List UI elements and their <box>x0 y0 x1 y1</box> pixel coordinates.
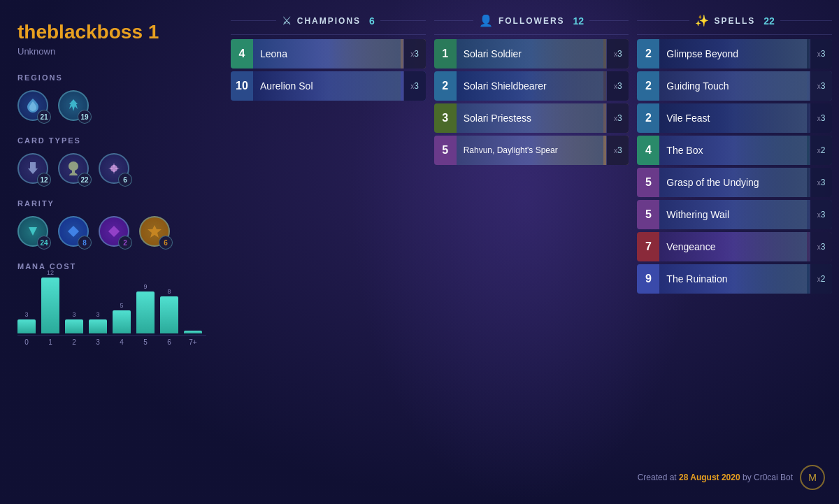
region-demacia: 21 <box>17 90 48 121</box>
card-count-solari-soldier: x3 <box>606 39 629 69</box>
spells-column: ✨ SPELLS 22 2 Glimpse Beyond x3 2 Guidin… <box>637 14 832 490</box>
card-name-box: The Box <box>659 145 810 156</box>
card-name-vengeance: Vengeance <box>659 241 810 252</box>
card-rahvun[interactable]: 5 Rahvun, Daylight's Spear x3 <box>434 136 629 165</box>
card-cost-vengeance: 7 <box>637 232 659 261</box>
champions-icon: ⚔ <box>282 14 292 27</box>
spells-title: SPELLS <box>715 16 756 26</box>
card-the-ruination[interactable]: 9 The Ruination x2 <box>637 264 832 294</box>
bar-7plus <box>184 329 202 333</box>
card-cost-guiding: 2 <box>637 71 659 101</box>
card-name-ruination: The Ruination <box>659 273 810 285</box>
bar-5: 9 <box>136 283 155 333</box>
bar-label-0: 0 <box>17 338 36 346</box>
followers-icon: 👤 <box>479 14 493 27</box>
card-cost-solari-priest: 3 <box>434 103 457 133</box>
card-name-solari-priest: Solari Priestess <box>457 113 607 124</box>
card-cost-withering: 5 <box>637 200 659 229</box>
card-count-box: x2 <box>810 136 832 165</box>
bar-1: 12 <box>41 269 59 333</box>
svg-marker-3 <box>108 226 120 237</box>
card-cost-rahvun: 5 <box>434 136 457 165</box>
champions-count: 6 <box>369 15 375 27</box>
card-name-solari-soldier: Solari Soldier <box>457 48 607 59</box>
bar-label-5: 5 <box>136 338 155 346</box>
card-count-ruination: x2 <box>810 264 832 294</box>
card-leona[interactable]: 4 Leona x3 <box>231 39 426 69</box>
card-name-guiding: Guiding Touch <box>659 80 810 92</box>
card-aurelion-sol[interactable]: 10 Aurelion Sol x3 <box>231 71 426 101</box>
card-type-spell: 6 <box>99 153 129 184</box>
card-name-solari-shield: Solari Shieldbearer <box>457 80 607 92</box>
deck-title: theblackboss 1 <box>17 21 206 43</box>
card-type-champion: 12 <box>17 153 48 184</box>
bar-0: 3 <box>17 311 36 333</box>
bar-2: 3 <box>65 311 83 333</box>
bar-label-4: 4 <box>113 338 131 346</box>
card-name-grasp: Grasp of the Undying <box>659 177 810 188</box>
card-solari-soldier[interactable]: 1 Solari Soldier x3 <box>434 39 629 69</box>
card-cost-glimpse: 2 <box>637 39 659 69</box>
champions-title: CHAMPIONS <box>297 16 361 26</box>
mana-chart: 3 12 3 3 5 <box>17 279 206 346</box>
card-cost-ruination: 9 <box>637 264 659 294</box>
card-grasp-undying[interactable]: 5 Grasp of the Undying x3 <box>637 168 832 197</box>
card-glimpse-beyond[interactable]: 2 Glimpse Beyond x3 <box>637 39 832 69</box>
followers-title: FOLLOWERS <box>499 16 565 26</box>
bar-label-1: 1 <box>41 338 59 346</box>
rarity-common: 24 <box>17 216 48 247</box>
followers-count: 12 <box>573 15 585 27</box>
card-name-vile: Vile Feast <box>659 113 810 124</box>
card-count-glimpse: x3 <box>810 39 832 69</box>
card-count-aurelion: x3 <box>403 71 426 101</box>
rarity-champion: 6 <box>139 216 170 247</box>
bar-4: 5 <box>113 302 131 333</box>
card-cost-aurelion: 10 <box>231 71 253 101</box>
bar-label-3: 3 <box>89 338 107 346</box>
card-vile-feast[interactable]: 2 Vile Feast x3 <box>637 103 832 133</box>
card-solari-priestess[interactable]: 3 Solari Priestess x3 <box>434 103 629 133</box>
card-count-vengeance: x3 <box>810 232 832 261</box>
bar-3: 3 <box>89 311 107 333</box>
bar-label-6: 6 <box>160 338 178 346</box>
card-count-guiding: x3 <box>810 71 832 101</box>
card-count-withering: x3 <box>810 200 832 229</box>
card-cost-grasp: 5 <box>637 168 659 197</box>
card-cost-vile: 2 <box>637 103 659 133</box>
card-count-vile: x3 <box>810 103 832 133</box>
card-name-aurelion: Aurelion Sol <box>253 80 403 92</box>
card-cost-solari-soldier: 1 <box>434 39 457 69</box>
bar-6: 8 <box>160 288 178 333</box>
rarity-label: RARITY <box>17 199 206 208</box>
champions-column: ⚔ CHAMPIONS 6 4 Leona x3 10 Aurelion Sol… <box>231 14 426 490</box>
card-count-grasp: x3 <box>810 168 832 197</box>
svg-marker-1 <box>29 227 37 236</box>
card-count-solari-priest: x3 <box>606 103 629 133</box>
card-types-label: CARD TYPES <box>17 136 206 145</box>
followers-column: 👤 FOLLOWERS 12 1 Solari Soldier x3 2 Sol… <box>434 14 629 490</box>
regions-label: REGIONS <box>17 73 206 82</box>
card-name-rahvun: Rahvun, Daylight's Spear <box>457 145 607 155</box>
rarity-epic: 2 <box>99 216 129 247</box>
card-name-leona: Leona <box>253 48 403 59</box>
card-count-rahvun: x3 <box>606 136 629 165</box>
card-name-withering: Withering Wail <box>659 209 810 220</box>
card-vengeance[interactable]: 7 Vengeance x3 <box>637 232 832 261</box>
card-guiding-touch[interactable]: 2 Guiding Touch x3 <box>637 71 832 101</box>
spells-icon: ✨ <box>695 14 709 27</box>
rarity-rare: 8 <box>58 216 89 247</box>
card-withering-wail[interactable]: 5 Withering Wail x3 <box>637 200 832 229</box>
region-targon: 19 <box>58 90 89 121</box>
bar-label-2: 2 <box>65 338 83 346</box>
card-the-box[interactable]: 4 The Box x2 <box>637 136 832 165</box>
card-cost-box: 4 <box>637 136 659 165</box>
deck-subtitle: Unknown <box>17 46 206 57</box>
svg-marker-2 <box>68 226 79 237</box>
card-cost-leona: 4 <box>231 39 253 69</box>
spells-count: 22 <box>763 15 775 27</box>
card-type-follower: 22 <box>58 153 89 184</box>
bar-label-7plus: 7+ <box>184 338 202 346</box>
svg-marker-4 <box>148 225 162 238</box>
card-cost-solari-shield: 2 <box>434 71 457 101</box>
card-solari-shieldbearer[interactable]: 2 Solari Shieldbearer x3 <box>434 71 629 101</box>
